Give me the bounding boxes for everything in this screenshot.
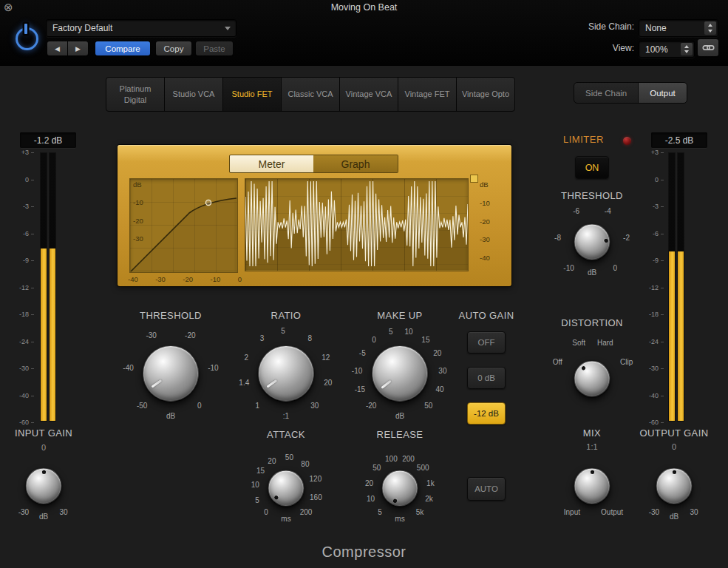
- knob-tick-label: Clip: [620, 358, 633, 366]
- mix-label: MIX: [555, 427, 629, 439]
- knob-tick-label: 2: [244, 354, 248, 362]
- ratio-label: RATIO: [238, 310, 334, 321]
- auto-gain-option[interactable]: OFF: [467, 331, 506, 354]
- knob-tick-label: 30: [690, 507, 698, 515]
- knob-tick-label: 2k: [425, 495, 433, 503]
- toggle-segment[interactable]: Side Chain: [574, 82, 639, 104]
- knob-tick-label: -4: [605, 207, 611, 215]
- model-tab[interactable]: Platinum Digital: [106, 77, 165, 112]
- knob-unit: :1: [283, 412, 289, 420]
- titlebar: ⊗ Moving On Beat Factory Default ◀ ▶ Com…: [0, 0, 728, 66]
- knob-tick-label: -40: [123, 363, 133, 371]
- previous-preset-button[interactable]: ◀: [47, 41, 67, 55]
- meter-fill: [50, 248, 55, 421]
- copy-button[interactable]: Copy: [156, 41, 191, 55]
- knob-tick-label: -8: [554, 233, 561, 241]
- knob-tick-label: 5: [378, 508, 382, 516]
- knob-tick-label: 200: [300, 508, 313, 516]
- display-scale-labels: dB-10-20-30-40: [480, 180, 490, 262]
- meter-fill: [669, 251, 675, 421]
- meter-scale-label: -12: [19, 284, 34, 291]
- threshold-knob[interactable]: dB -50-40-30-20-100: [119, 322, 222, 425]
- preset-name: Factory Default: [52, 20, 112, 36]
- knob-tick-label: 80: [301, 459, 309, 467]
- toggle-segment[interactable]: Output: [638, 82, 687, 104]
- limiter-threshold-knob[interactable]: dB -10-8-6-4-20: [555, 205, 629, 279]
- limiter-on-button[interactable]: ON: [575, 156, 609, 179]
- knob-tick-label: -20: [366, 402, 376, 410]
- meter-fill: [678, 251, 684, 421]
- tab-graph[interactable]: Graph: [313, 155, 398, 173]
- axis-label: -30: [480, 235, 490, 243]
- next-preset-button[interactable]: ▶: [68, 41, 88, 55]
- knob-tick-label: -10: [208, 363, 218, 371]
- knob-tick-label: 5: [389, 328, 393, 336]
- auto-gain-option[interactable]: -12 dB: [467, 402, 506, 425]
- output-gain-knob[interactable]: dB -3030: [637, 449, 711, 523]
- meter-scale-label: -3: [23, 203, 34, 210]
- knob-tick-label: -50: [137, 402, 147, 410]
- knob-tick-label: 15: [421, 335, 429, 343]
- axis-label: dB: [480, 180, 490, 189]
- axis-label: -10: [211, 275, 221, 283]
- auto-gain-option[interactable]: 0 dB: [467, 367, 506, 389]
- axis-label: -40: [480, 254, 490, 262]
- ratio-knob[interactable]: :1 11.42358122030: [234, 322, 338, 425]
- meter-scale-label: 0: [25, 176, 34, 183]
- tab-meter[interactable]: Meter: [229, 155, 314, 173]
- power-icon-line: [24, 24, 27, 34]
- side-chain-select[interactable]: None: [639, 19, 718, 37]
- knob-tick-label: 10: [251, 480, 259, 488]
- threshold-label: THRESHOLD: [123, 310, 219, 321]
- close-icon[interactable]: ⊗: [4, 1, 13, 14]
- knob-tick-label: -10: [563, 263, 574, 271]
- axis-label: -20: [133, 217, 152, 225]
- knob-tick-label: 20: [268, 456, 276, 464]
- knob-tick-label: 8: [308, 334, 313, 342]
- output-level-readout: -2.5 dB: [651, 132, 707, 148]
- axis-label: 0: [238, 275, 242, 283]
- power-button[interactable]: [12, 22, 40, 50]
- stepper-icon[interactable]: [681, 43, 693, 55]
- model-tab[interactable]: Studio FET: [222, 77, 282, 112]
- knob-tick-label: -15: [355, 385, 365, 393]
- knob-tick-label: -30: [18, 507, 29, 515]
- knob-tick-label: 10: [367, 495, 375, 503]
- paste-button[interactable]: Paste: [196, 41, 233, 55]
- knob-tick-label: -2: [623, 233, 630, 241]
- preset-dropdown[interactable]: Factory Default: [46, 19, 237, 37]
- view-value: 100%: [645, 41, 668, 57]
- link-button[interactable]: [698, 39, 718, 56]
- knob-unit: dB: [670, 513, 678, 521]
- input-gain-label: INPUT GAIN: [0, 427, 87, 439]
- model-tab[interactable]: Vintage FET: [398, 77, 457, 112]
- model-tab[interactable]: Vintage Opto: [456, 77, 515, 112]
- knob-tick-label: 500: [417, 463, 429, 471]
- curve-y-axis-labels: dB-10-20-30: [133, 180, 152, 243]
- view-label: View:: [587, 43, 634, 53]
- circuit-model-tabs: Platinum DigitalStudio VCAStudio FETClas…: [106, 77, 515, 112]
- input-gain-knob[interactable]: dB -3030: [7, 449, 81, 523]
- distortion-knob[interactable]: OffSoftHardClip: [555, 342, 629, 416]
- knob-tick-label: 20: [365, 479, 373, 487]
- model-tab[interactable]: Studio VCA: [164, 77, 223, 112]
- meter-scale-label: -24: [649, 338, 664, 345]
- mix-knob[interactable]: InputOutput: [555, 449, 629, 523]
- output-gain-label: OUTPUT GAIN: [630, 427, 718, 439]
- compare-button[interactable]: Compare: [95, 41, 150, 55]
- view-select[interactable]: 100%: [639, 41, 695, 58]
- release-knob[interactable]: ms 51020501002005001k2k5k: [363, 451, 437, 525]
- model-tab[interactable]: Vintage VCA: [339, 77, 398, 112]
- meter-scale-label: -40: [649, 392, 664, 399]
- knob-indicator: [42, 470, 46, 474]
- knob-tick-label: 100: [385, 454, 398, 462]
- model-tab[interactable]: Classic VCA: [281, 77, 340, 112]
- stepper-icon[interactable]: [704, 21, 716, 35]
- knob-tick-label: 50: [372, 463, 381, 471]
- auto-release-button[interactable]: AUTO: [467, 477, 506, 501]
- makeup-knob[interactable]: dB -20-15-10-505101520304050: [348, 322, 452, 425]
- axis-label: -30: [133, 234, 152, 243]
- meter-scale-label: 0: [655, 176, 664, 183]
- waveform-display: [245, 180, 468, 270]
- attack-knob[interactable]: ms 051015205080120160200: [249, 451, 323, 525]
